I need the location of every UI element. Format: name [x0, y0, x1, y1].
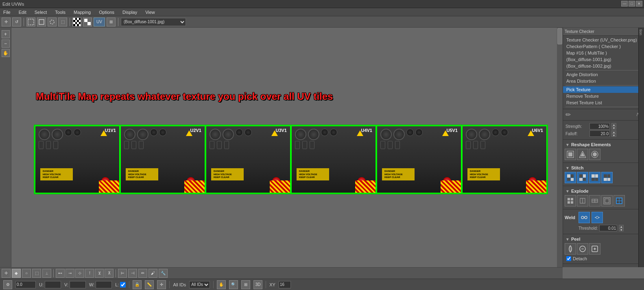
falloff-up[interactable]: ▲ [611, 130, 616, 134]
stitch-btn-3[interactable] [589, 172, 600, 183]
texture-dropdown[interactable]: (Box_diffuse-1001.jpg) [121, 18, 186, 26]
crosshair-btn[interactable]: ✛ [157, 280, 166, 289]
stitch-btn-2[interactable] [577, 172, 588, 183]
texture-item-remove-texture[interactable]: Remove Texture [563, 93, 644, 99]
menu-select[interactable]: Select [33, 10, 49, 15]
uv-tile-5[interactable]: U5V1 DANGERHIGH VOLTAGEKEEP CLEAR [376, 125, 462, 193]
select-all-btn[interactable] [26, 18, 35, 26]
l-checkbox[interactable] [120, 282, 126, 288]
zoom-out-btn[interactable]: − [2, 40, 10, 48]
weld-btn-2[interactable] [592, 212, 603, 223]
peel-btn-1[interactable] [565, 243, 576, 255]
minimize-button[interactable]: — [621, 1, 628, 7]
stitch-btn-1[interactable] [565, 172, 576, 183]
zoom-input[interactable] [279, 281, 291, 288]
menu-edit[interactable]: Edit [17, 10, 28, 15]
texture-item-pick-texture[interactable]: Pick Texture [563, 86, 644, 93]
bottom-tool-1[interactable]: ✛ [2, 269, 11, 278]
peel-btn-2[interactable] [577, 243, 588, 255]
peel-header[interactable]: ▼ Peel ✕ [563, 236, 644, 242]
uv-tile-3[interactable]: U3V1 DANGERHIGH VOLTAGEKEEP CLEAR [205, 125, 291, 193]
bottom-tool-5[interactable]: ⟂ [42, 269, 51, 278]
coord-input[interactable] [15, 281, 36, 288]
align-btn-2[interactable]: ⊣ [128, 269, 137, 278]
strength-input[interactable] [589, 123, 610, 130]
menu-options[interactable]: Options [97, 10, 116, 15]
uv-tile-4[interactable]: U4V1 DANGERHIGH VOLTAGEKEEP CLEAR [291, 125, 376, 193]
explode-btn-4[interactable] [601, 195, 613, 207]
eyedrop-btn[interactable]: 🔧 [159, 269, 168, 278]
texture-item-diffuse-1001[interactable]: (Box_diffuse-1001.jpg) [563, 56, 644, 63]
bottom-tool-3[interactable]: ○ [22, 269, 31, 278]
threshold-input[interactable] [599, 225, 617, 231]
maximize-button[interactable]: □ [629, 1, 635, 7]
menu-display[interactable]: Display [121, 10, 139, 15]
move2-btn[interactable]: ⬚ [58, 18, 67, 26]
zoom-in-btn[interactable]: + [2, 30, 10, 38]
lock-btn[interactable]: 🔒 [133, 280, 142, 289]
explode-btn-3[interactable] [589, 195, 600, 207]
threshold-down[interactable]: ▼ [619, 228, 624, 231]
snap-btn-6[interactable]: ⊼ [105, 269, 114, 278]
snap-btn-4[interactable]: ⊺ [85, 269, 94, 278]
snap-btn-2[interactable]: ⊸ [65, 269, 74, 278]
move-tool-btn[interactable]: ✛ [2, 18, 11, 26]
grid2-btn[interactable]: ⊞ [241, 280, 250, 289]
strength-down[interactable]: ▼ [611, 126, 616, 130]
v-scrollbar-thumb[interactable] [557, 28, 562, 44]
reshape-elements-header[interactable]: ▼ Reshape Elements ✕ [563, 141, 644, 148]
explode-btn-5[interactable] [613, 195, 625, 207]
uv-tile-1[interactable]: U1V1 DANGERHIGH VOLTAGEKEEP CLEAR [35, 125, 120, 193]
texture-item-area-distortion[interactable]: Area Distortion [563, 78, 644, 84]
all-ids-dropdown[interactable]: All IDs [189, 281, 210, 288]
explode-header[interactable]: ▼ Explode ✕ [563, 188, 644, 194]
menu-tools[interactable]: Tools [53, 10, 67, 15]
snap-btn-1[interactable]: ⊷ [56, 269, 65, 278]
strength-up[interactable]: ▲ [611, 123, 616, 126]
w-input[interactable] [96, 281, 112, 288]
settings-icon-btn[interactable]: ⚙ [3, 280, 12, 289]
stitch-btn-4[interactable] [601, 172, 613, 183]
hand-tool-btn[interactable]: ✋ [217, 280, 226, 289]
close-button[interactable]: ✕ [636, 1, 642, 7]
paint-btn[interactable]: 🖌 [148, 269, 157, 278]
reshape-btn-1[interactable] [565, 149, 576, 160]
align-btn-1[interactable]: ⊢ [118, 269, 127, 278]
v-input[interactable] [70, 281, 86, 288]
uv-tile-6[interactable]: U6V1 DANGERHIGH VOLTAGEKEEP CLEAR [462, 125, 547, 193]
3d-btn[interactable]: 3D [253, 280, 262, 289]
texture-item-diffuse-1002[interactable]: (Box_diffuse-1002.jpg) [563, 63, 644, 69]
stitch-header[interactable]: ▼ Stitch ✕ [563, 165, 644, 171]
rect-select-btn[interactable] [37, 18, 46, 26]
snap-btn-5[interactable]: ⊻ [95, 269, 104, 278]
uv-label-button[interactable]: UV [94, 18, 105, 26]
falloff-down[interactable]: ▼ [611, 134, 616, 137]
bottom-tool-2[interactable]: ◆ [12, 269, 21, 278]
reshape-btn-3[interactable] [589, 149, 600, 160]
uv-tile-2[interactable]: U2V1 DANGERHIGH VOLTAGEKEEP CLEAR [120, 125, 205, 193]
detach-checkbox[interactable] [566, 256, 571, 261]
snap-btn-3[interactable]: ⊹ [75, 269, 84, 278]
lasso-btn[interactable] [48, 18, 57, 26]
ruler-btn[interactable]: 📏 [145, 280, 154, 289]
undo-btn[interactable]: ↺ [12, 18, 21, 26]
search-btn[interactable]: 🔍 [229, 280, 238, 289]
peel-btn-3[interactable] [589, 243, 600, 255]
texture-item-angle-distortion[interactable]: Angle Distortion [563, 71, 644, 78]
pen-icon[interactable]: ✏ [565, 111, 571, 119]
explode-btn-1[interactable] [565, 195, 576, 207]
texture-item-uv-checker[interactable]: Texture Checker (UV_Checker.png) [563, 37, 644, 43]
texture-item-multitile[interactable]: Map #16 ( MultiTile ) [563, 50, 644, 56]
pan-btn[interactable]: ✋ [2, 49, 10, 57]
weld-btn-1[interactable] [579, 212, 590, 223]
checker2-btn[interactable] [83, 18, 92, 26]
texture-item-reset-list[interactable]: Reset Texture List [563, 99, 644, 106]
threshold-up[interactable]: ▲ [619, 225, 624, 228]
checker-btn[interactable] [72, 18, 81, 26]
reshape-btn-2[interactable] [577, 149, 588, 160]
v-scrollbar[interactable] [557, 28, 563, 267]
menu-view[interactable]: View [144, 10, 157, 15]
falloff-input[interactable] [589, 130, 610, 137]
bottom-tool-4[interactable]: ⬚ [32, 269, 41, 278]
u-input[interactable] [45, 281, 61, 288]
